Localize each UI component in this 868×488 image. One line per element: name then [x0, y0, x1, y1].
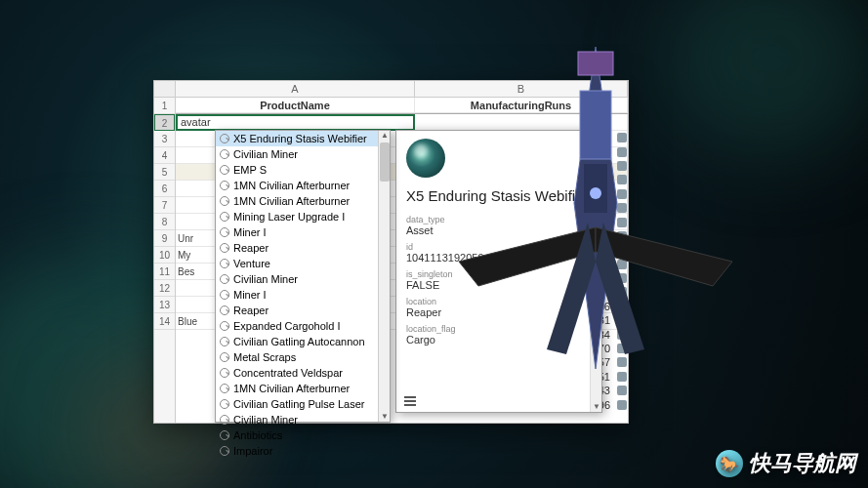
- row-header[interactable]: 7: [154, 197, 175, 214]
- dropdown-item-label: Civilian Gatling Autocannon: [233, 334, 365, 349]
- dropdown-item-label: Civilian Gatling Pulse Laser: [233, 396, 365, 412]
- entity-type-icon: [220, 196, 229, 206]
- dropdown-item[interactable]: Civilian Miner: [216, 412, 390, 427]
- item-mini-icon: [617, 260, 627, 269]
- entity-type-icon: [220, 430, 229, 440]
- dropdown-item-label: Expanded Cargohold I: [233, 318, 340, 334]
- row-header[interactable]: 5: [154, 164, 175, 181]
- entity-type-icon: [220, 384, 229, 393]
- row-header[interactable]: 13: [154, 297, 175, 313]
- entity-type-icon: [220, 352, 229, 362]
- dropdown-item[interactable]: X5 Enduring Stasis Webifier: [216, 131, 390, 146]
- dropdown-item[interactable]: Civilian Gatling Autocannon: [216, 334, 390, 349]
- watermark-logo-icon: 🐎: [716, 450, 743, 477]
- row-header[interactable]: 6: [154, 181, 175, 197]
- scroll-up-icon[interactable]: ▲: [381, 131, 389, 141]
- dropdown-item[interactable]: Civilian Miner: [216, 146, 390, 162]
- card-field-value: Reaper: [406, 306, 592, 318]
- dropdown-item-label: Reaper: [233, 240, 269, 256]
- row-header[interactable]: 1: [154, 98, 175, 114]
- row-header[interactable]: 9: [154, 230, 175, 247]
- dropdown-item[interactable]: Civilian Miner: [216, 271, 390, 287]
- dropdown-item[interactable]: Concentrated Veldspar: [216, 365, 390, 381]
- header-cell-productname[interactable]: ProductName: [176, 98, 415, 113]
- entity-type-icon: [220, 321, 229, 331]
- dropdown-item[interactable]: Metal Scraps: [216, 349, 390, 365]
- scroll-down-icon[interactable]: ▼: [381, 412, 389, 422]
- active-cell-A2[interactable]: avatar: [176, 114, 415, 131]
- entity-type-icon: [220, 368, 229, 378]
- entity-type-icon: [220, 134, 229, 143]
- item-mini-icon: [617, 287, 627, 297]
- dropdown-item-label: Venture: [233, 256, 270, 271]
- item-mini-icon: [617, 203, 627, 213]
- dropdown-item-label: Reaper: [233, 303, 269, 318]
- card-field-value: FALSE: [406, 279, 592, 291]
- row-header[interactable]: 10: [154, 247, 175, 264]
- dropdown-item[interactable]: Reaper: [216, 240, 390, 256]
- row-header-gutter: 1 2 3 4 5 6 7 8 9 10 11 12 13 14: [154, 98, 176, 423]
- watermark-text: 快马导航网: [749, 449, 856, 478]
- dropdown-item[interactable]: Reaper: [216, 303, 390, 318]
- card-field-label: is_singleton: [406, 269, 592, 279]
- dropdown-item[interactable]: 1MN Civilian Afterburner: [216, 193, 390, 209]
- entity-type-icon: [220, 399, 229, 409]
- dropdown-scrollbar[interactable]: ▲ ▼: [378, 131, 390, 422]
- entity-type-icon: [220, 212, 229, 222]
- item-mini-icon: [617, 133, 627, 142]
- card-scrollbar[interactable]: ▲ ▼: [590, 131, 601, 412]
- entity-type-icon: [220, 227, 229, 237]
- dropdown-item[interactable]: Venture: [216, 256, 390, 271]
- svg-rect-8: [578, 52, 613, 75]
- dropdown-item[interactable]: Miner I: [216, 287, 390, 303]
- entity-type-icon: [220, 415, 229, 425]
- entity-type-icon: [220, 290, 229, 300]
- item-mini-icon: [617, 147, 627, 157]
- entity-details-card: X5 Enduring Stasis Webifier data_typeAss…: [395, 130, 602, 413]
- header-cell-manufacturingruns[interactable]: ManufacturingRuns: [415, 98, 628, 113]
- row-header[interactable]: 11: [154, 264, 175, 280]
- cell[interactable]: [415, 114, 628, 131]
- dropdown-item[interactable]: 1MN Civilian Afterburner: [216, 381, 390, 396]
- scroll-thumb[interactable]: [592, 142, 601, 260]
- dropdown-item[interactable]: Civilian Gatling Pulse Laser: [216, 396, 390, 412]
- dropdown-item[interactable]: Miner I: [216, 224, 390, 240]
- item-mini-icon: [617, 330, 627, 340]
- card-menu-icon[interactable]: [404, 396, 416, 406]
- entity-type-icon: [220, 259, 229, 268]
- dropdown-item[interactable]: EMP S: [216, 162, 390, 178]
- cell-partial-text: Unr: [178, 230, 193, 247]
- scroll-down-icon[interactable]: ▼: [593, 402, 600, 412]
- card-field-label: location_flag: [406, 324, 592, 334]
- select-all-corner[interactable]: [154, 81, 176, 97]
- scroll-up-icon[interactable]: ▲: [593, 131, 600, 141]
- watermark: 🐎 快马导航网: [716, 449, 856, 478]
- scroll-thumb[interactable]: [380, 142, 390, 182]
- cell-partial-text: Blue: [178, 313, 197, 330]
- row-header[interactable]: 12: [154, 280, 175, 297]
- row-header[interactable]: 14: [154, 313, 175, 330]
- item-mini-icon: [617, 189, 627, 199]
- item-mini-icon: [617, 302, 627, 311]
- row-header[interactable]: 3: [154, 131, 175, 147]
- dropdown-item[interactable]: Impairor: [216, 443, 390, 459]
- dropdown-item[interactable]: 1MN Civilian Afterburner: [216, 178, 390, 193]
- column-header-A[interactable]: A: [176, 81, 415, 97]
- row-header[interactable]: 4: [154, 147, 175, 164]
- column-header-B[interactable]: B: [415, 81, 628, 97]
- item-mini-icon: [617, 245, 627, 255]
- card-field-value: Cargo: [406, 334, 592, 346]
- dropdown-item-label: Concentrated Veldspar: [233, 365, 343, 381]
- item-mini-icon: [617, 175, 627, 184]
- card-field-label: location: [406, 297, 592, 306]
- entity-type-icon: [220, 181, 229, 190]
- dropdown-item-label: Civilian Miner: [233, 412, 298, 427]
- entity-type-icon: [220, 165, 229, 175]
- item-mini-icon: [617, 218, 627, 227]
- row-header[interactable]: 8: [154, 214, 175, 230]
- dropdown-item[interactable]: Mining Laser Upgrade I: [216, 209, 390, 224]
- row-header[interactable]: 2: [154, 114, 175, 131]
- dropdown-item[interactable]: Expanded Cargohold I: [216, 318, 390, 334]
- dropdown-item[interactable]: Antibiotics: [216, 427, 390, 443]
- item-mini-icon: [617, 400, 627, 410]
